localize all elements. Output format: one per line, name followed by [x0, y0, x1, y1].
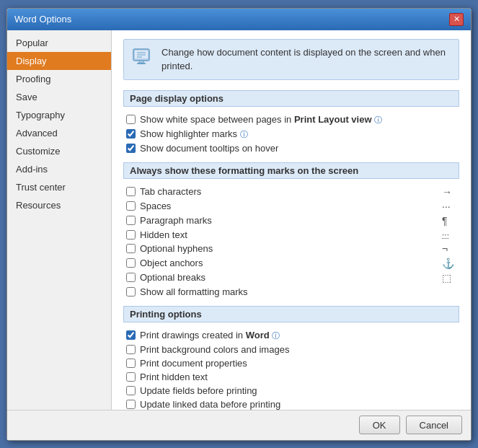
drawings-checkbox[interactable]: [126, 330, 136, 340]
breaks-symbol: ⬚: [442, 272, 456, 284]
page-display-header: Page display options: [123, 90, 459, 107]
main-content: Change how document content is displayed…: [112, 30, 471, 410]
option-background: Print background colors and images: [123, 343, 459, 356]
svg-rect-1: [139, 61, 143, 63]
sidebar-item-advanced[interactable]: Advanced: [7, 124, 111, 142]
paragraph-checkbox[interactable]: [126, 216, 136, 225]
dialog-body: Popular Display Proofing Save Typography…: [7, 30, 471, 410]
sidebar-item-popular[interactable]: Popular: [7, 34, 111, 52]
background-checkbox[interactable]: [126, 345, 136, 354]
sidebar-item-proofing[interactable]: Proofing: [7, 70, 111, 88]
option-hidden: Hidden text ···: [123, 228, 459, 242]
spaces-label[interactable]: Spaces: [140, 201, 438, 211]
hyphens-checkbox[interactable]: [126, 244, 136, 253]
formatting-marks-header: Always show these formatting marks on th…: [123, 162, 459, 179]
word-options-dialog: Word Options ✕ Popular Display Proofing …: [6, 8, 472, 441]
close-button[interactable]: ✕: [449, 13, 464, 26]
breaks-label[interactable]: Optional breaks: [140, 272, 438, 283]
tab-checkbox[interactable]: [126, 187, 136, 196]
whitespace-info-icon[interactable]: ⓘ: [374, 115, 382, 124]
paragraph-symbol: ¶: [442, 215, 456, 227]
anchors-symbol: ⚓: [442, 258, 456, 269]
updatelinked-label[interactable]: Update linked data before printing: [140, 399, 456, 410]
anchors-checkbox[interactable]: [126, 258, 136, 268]
dialog-title: Word Options: [14, 14, 71, 25]
sidebar-item-save[interactable]: Save: [7, 88, 111, 106]
highlighter-label[interactable]: Show highlighter marks ⓘ: [140, 128, 456, 140]
hyphens-label[interactable]: Optional hyphens: [140, 243, 438, 254]
tooltips-checkbox[interactable]: [126, 144, 136, 153]
option-docprops: Print document properties: [123, 356, 459, 370]
option-tab: Tab characters →: [123, 185, 459, 199]
option-showall: Show all formatting marks: [123, 285, 459, 299]
option-breaks: Optional breaks ⬚: [123, 271, 459, 285]
drawings-label[interactable]: Print drawings created in Word ⓘ: [140, 330, 456, 341]
sidebar-item-customize[interactable]: Customize: [7, 142, 111, 160]
dialog-footer: OK Cancel: [7, 410, 471, 440]
info-banner-text: Change how document content is displayed…: [161, 45, 451, 74]
anchors-label[interactable]: Object anchors: [140, 258, 438, 268]
drawings-info-icon[interactable]: ⓘ: [272, 331, 280, 340]
docprops-label[interactable]: Print document properties: [140, 358, 456, 369]
option-spaces: Spaces ···: [123, 199, 459, 214]
info-banner: Change how document content is displayed…: [123, 39, 459, 80]
background-label[interactable]: Print background colors and images: [140, 344, 456, 355]
cancel-button[interactable]: Cancel: [406, 416, 462, 434]
updatefields-checkbox[interactable]: [126, 386, 136, 395]
ok-button[interactable]: OK: [359, 416, 400, 434]
option-updatelinked: Update linked data before printing: [123, 398, 459, 410]
option-whitespace: Show white space between pages in Print …: [123, 113, 459, 127]
spaces-checkbox[interactable]: [126, 201, 136, 211]
updatefields-label[interactable]: Update fields before printing: [140, 385, 456, 396]
hidden-label[interactable]: Hidden text: [140, 229, 438, 240]
docprops-checkbox[interactable]: [126, 359, 136, 368]
updatelinked-checkbox[interactable]: [126, 400, 136, 409]
option-hyphens: Optional hyphens ¬: [123, 242, 459, 256]
highlighter-info-icon[interactable]: ⓘ: [240, 130, 248, 139]
hiddentext-checkbox[interactable]: [126, 372, 136, 382]
hidden-checkbox[interactable]: [126, 230, 136, 240]
sidebar-item-addins[interactable]: Add-ins: [7, 160, 111, 178]
display-icon: [131, 45, 154, 69]
showall-checkbox[interactable]: [126, 287, 136, 297]
sidebar-item-typography[interactable]: Typography: [7, 106, 111, 124]
hidden-symbol: ···: [442, 229, 456, 240]
breaks-checkbox[interactable]: [126, 273, 136, 282]
tab-symbol: →: [442, 186, 456, 198]
whitespace-checkbox[interactable]: [126, 115, 136, 124]
option-hiddentext: Print hidden text: [123, 370, 459, 384]
printing-header: Printing options: [123, 306, 459, 322]
option-anchors: Object anchors ⚓: [123, 256, 459, 271]
paragraph-label[interactable]: Paragraph marks: [140, 215, 438, 226]
hiddentext-label[interactable]: Print hidden text: [140, 372, 456, 382]
tooltips-label[interactable]: Show document tooltips on hover: [140, 143, 456, 154]
svg-rect-2: [137, 63, 146, 64]
option-drawings: Print drawings created in Word ⓘ: [123, 328, 459, 343]
sidebar-item-display[interactable]: Display: [7, 52, 111, 70]
highlighter-checkbox[interactable]: [126, 129, 136, 139]
sidebar-item-resources[interactable]: Resources: [7, 196, 111, 214]
whitespace-label[interactable]: Show white space between pages in Print …: [140, 114, 456, 126]
sidebar-item-trust[interactable]: Trust center: [7, 178, 111, 196]
hyphens-symbol: ¬: [442, 243, 456, 255]
option-highlighter: Show highlighter marks ⓘ: [123, 127, 459, 141]
option-tooltips: Show document tooltips on hover: [123, 141, 459, 155]
spaces-symbol: ···: [442, 201, 456, 212]
tab-label[interactable]: Tab characters: [140, 186, 438, 197]
title-bar: Word Options ✕: [7, 9, 471, 30]
option-updatefields: Update fields before printing: [123, 384, 459, 398]
sidebar: Popular Display Proofing Save Typography…: [7, 30, 112, 410]
showall-label[interactable]: Show all formatting marks: [140, 286, 456, 297]
option-paragraph: Paragraph marks ¶: [123, 214, 459, 228]
